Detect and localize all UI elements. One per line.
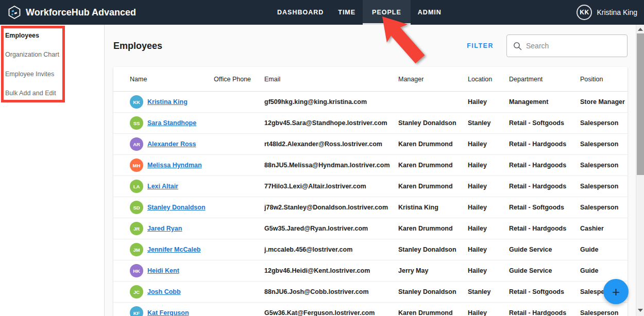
column-header[interactable]: Name bbox=[130, 76, 214, 83]
employee-avatar: JR bbox=[130, 222, 143, 235]
user-avatar: KK bbox=[577, 5, 592, 20]
employee-name-link[interactable]: Alexander Ross bbox=[147, 141, 196, 148]
employees-table: NameOffice PhoneEmailManagerLocationDepa… bbox=[113, 67, 628, 316]
brand[interactable]: WorkforceHub Advanced bbox=[0, 5, 136, 20]
search-input[interactable] bbox=[526, 42, 621, 50]
employee-name-cell: JR Jared Ryan bbox=[130, 222, 214, 235]
table-row: MH Melissa Hyndman 88nJU5.Melissa@Hyndma… bbox=[113, 155, 628, 176]
table-body: KK Kristina King gf509hkg.king@king.kris… bbox=[113, 92, 628, 316]
location-cell: Hailey bbox=[468, 162, 509, 169]
column-header[interactable]: Email bbox=[264, 76, 398, 83]
employee-name-link[interactable]: Stanley Donaldson bbox=[147, 204, 206, 211]
position-cell: Salesperson bbox=[580, 162, 628, 169]
page-scrollbar[interactable] bbox=[636, 25, 644, 316]
manager-cell: Karen Drummond bbox=[398, 162, 468, 169]
email-cell: gf509hkg.king@king.kristina.com bbox=[264, 98, 398, 106]
plus-icon: + bbox=[612, 285, 620, 299]
column-header[interactable]: Manager bbox=[398, 76, 468, 83]
employee-name-cell: KF Kat Ferguson bbox=[130, 306, 214, 316]
manager-cell: Stanley Donaldson bbox=[398, 119, 468, 127]
employee-name-cell: MH Melissa Hyndman bbox=[130, 159, 214, 172]
nav-item[interactable]: DASHBOARD bbox=[270, 0, 331, 25]
location-cell: Hailey bbox=[468, 204, 509, 211]
table-row: SS Sara Standhope 12gbv45.Sara@Standhope… bbox=[113, 113, 628, 134]
employee-name-link[interactable]: Josh Cobb bbox=[147, 288, 181, 295]
sidebar-item[interactable]: Employee Invites bbox=[0, 64, 104, 84]
location-cell: Hailey bbox=[468, 309, 509, 316]
nav-item[interactable]: ADMIN bbox=[411, 0, 449, 25]
top-navbar: WorkforceHub Advanced DASHBOARDTIMEPEOPL… bbox=[0, 0, 644, 25]
location-cell: Hailey bbox=[468, 98, 509, 106]
user-name: Kristina King bbox=[597, 8, 637, 16]
employee-name-cell: KK Kristina King bbox=[130, 95, 214, 109]
manager-cell: Karen Drummond bbox=[398, 183, 468, 190]
position-cell: Cashier bbox=[580, 225, 628, 232]
email-cell: G5w36.Kat@Ferguson.lostriver.com bbox=[264, 309, 398, 316]
header-actions: FILTER bbox=[467, 34, 628, 57]
position-cell: Salesperson bbox=[580, 309, 628, 316]
column-header[interactable]: Office Phone bbox=[214, 76, 264, 83]
department-cell: Retail - Softgoods bbox=[509, 288, 580, 295]
employee-name-cell: AR Alexander Ross bbox=[130, 137, 214, 151]
brand-title: WorkforceHub Advanced bbox=[26, 7, 136, 18]
nav-item[interactable]: PEOPLE bbox=[363, 0, 411, 25]
position-cell: Salesperson bbox=[580, 141, 628, 148]
employee-name-cell: JC Josh Cobb bbox=[130, 285, 214, 299]
nav-item[interactable]: TIME bbox=[331, 0, 363, 25]
table-header-row: NameOffice PhoneEmailManagerLocationDepa… bbox=[113, 67, 628, 92]
scrollbar-thumb[interactable] bbox=[637, 33, 644, 175]
department-cell: Retail - Hardgoods bbox=[509, 309, 580, 316]
department-cell: Management bbox=[509, 98, 580, 106]
position-cell: Salesperson bbox=[580, 204, 628, 211]
manager-cell: Karen Drummond bbox=[398, 225, 468, 232]
employee-name-link[interactable]: Jennifer McCaleb bbox=[147, 246, 201, 253]
manager-cell: Karen Drummond bbox=[398, 309, 468, 316]
employee-name-link[interactable]: Lexi Altair bbox=[147, 183, 178, 190]
email-cell: 77Hilo3.Lexi@Altair.lostriver.com bbox=[264, 183, 398, 190]
employee-name-link[interactable]: Sara Standhope bbox=[147, 119, 196, 127]
column-header[interactable]: Location bbox=[468, 76, 509, 83]
content-header: Employees FILTER bbox=[105, 25, 636, 67]
location-cell: Hailey bbox=[468, 141, 509, 148]
employee-avatar: JM bbox=[130, 243, 143, 256]
manager-cell: Stanley Donaldson bbox=[398, 288, 468, 295]
main-content: Employees FILTER NameOffice PhoneEmailMa… bbox=[105, 25, 636, 316]
location-cell: Stanley bbox=[468, 119, 509, 127]
search-box[interactable] bbox=[506, 34, 628, 57]
manager-cell: Jerry May bbox=[398, 267, 468, 274]
column-header[interactable]: Department bbox=[509, 76, 580, 83]
sidebar-item[interactable]: Employees bbox=[0, 26, 104, 45]
employee-name-link[interactable]: Kat Ferguson bbox=[147, 309, 189, 316]
email-cell: G5w35.Jared@Ryan.lostriver.com bbox=[264, 225, 398, 232]
location-cell: Hailey bbox=[468, 183, 509, 190]
scroll-down-icon[interactable] bbox=[638, 309, 643, 312]
employee-avatar: KK bbox=[130, 95, 143, 109]
department-cell: Retail - Softgoods bbox=[509, 119, 580, 127]
email-cell: j78w2.Stanley@Donaldson.lostriver.com bbox=[264, 204, 398, 211]
manager-cell: Stanley Donaldson bbox=[398, 246, 468, 253]
employee-avatar: LA bbox=[130, 180, 143, 193]
department-cell: Guide Service bbox=[509, 267, 580, 274]
employee-name-cell: LA Lexi Altair bbox=[130, 180, 214, 193]
employee-name-link[interactable]: Jared Ryan bbox=[147, 225, 182, 232]
table-row: AR Alexander Ross rt48Id2.Alexander@Ross… bbox=[113, 134, 628, 155]
position-cell: Guide bbox=[580, 267, 628, 274]
sidebar-item[interactable]: Organization Chart bbox=[0, 45, 104, 65]
scroll-up-icon[interactable] bbox=[638, 28, 643, 31]
employee-avatar: AR bbox=[130, 137, 143, 151]
employee-name-cell: SD Stanley Donaldson bbox=[130, 201, 214, 214]
employee-name-cell: JM Jennifer McCaleb bbox=[130, 243, 214, 256]
column-header[interactable]: Position bbox=[580, 76, 628, 83]
table-row: HK Heidi Kent 12gbv46.Heidi@Kent.lostriv… bbox=[113, 260, 628, 282]
employee-avatar: SS bbox=[130, 116, 143, 130]
table-row: JC Josh Cobb 88nJU6.Josh@Cobb.lostriver.… bbox=[113, 282, 628, 303]
email-cell: 88nJU5.Melissa@Hyndman.lostriver.com bbox=[264, 162, 398, 169]
employee-name-link[interactable]: Kristina King bbox=[147, 98, 188, 106]
filter-button[interactable]: FILTER bbox=[467, 42, 494, 49]
add-employee-fab[interactable]: + bbox=[603, 279, 629, 304]
sidebar-item[interactable]: Bulk Add and Edit bbox=[0, 84, 104, 103]
department-cell: Retail - Softgoods bbox=[509, 204, 580, 211]
user-menu[interactable]: KK Kristina King bbox=[577, 0, 637, 25]
employee-name-link[interactable]: Heidi Kent bbox=[147, 267, 179, 274]
employee-name-link[interactable]: Melissa Hyndman bbox=[147, 162, 202, 169]
